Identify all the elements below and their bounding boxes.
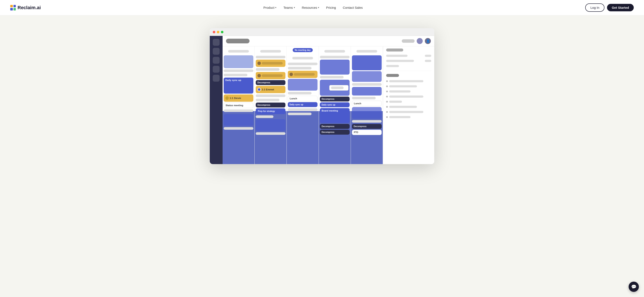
sidebar-icon-4[interactable] — [213, 66, 220, 73]
chat-icon: 💬 — [631, 284, 636, 289]
nav-label-product: Product — [264, 6, 274, 9]
event-thu-daily-sync[interactable]: Daily sync up — [320, 102, 350, 107]
nav-label-contact: Contact Sales — [343, 6, 362, 9]
sidebar-icon-1[interactable] — [213, 39, 220, 46]
logo[interactable]: Reclaim.ai — [10, 5, 41, 10]
event-fri-blue-1[interactable] — [352, 55, 382, 70]
event-wed-pill-3 — [288, 92, 312, 94]
logo-icon — [10, 5, 16, 10]
login-button[interactable]: Log In — [585, 3, 604, 12]
chrome-maximize — [221, 31, 224, 33]
event-mon-status[interactable]: Status meeting — [224, 103, 253, 108]
sidebar-icon-2[interactable] — [213, 48, 220, 55]
topbar-right: 👤 — [402, 38, 431, 44]
sidebar-icon-5[interactable] — [213, 75, 220, 82]
chrome-close — [213, 31, 215, 33]
event-tue-decompress-1[interactable]: Decompress — [256, 80, 286, 85]
logo-text: Reclaim.ai — [18, 5, 41, 10]
event-wed-blue[interactable] — [288, 79, 318, 91]
rp-row-6 — [386, 90, 431, 92]
event-tue-pill-6 — [256, 132, 286, 135]
event-wed-pill-1 — [288, 63, 318, 65]
nav-item-resources[interactable]: Resources ▾ — [299, 4, 322, 11]
event-label-lunch-fri: Lunch — [354, 102, 361, 105]
event-fri-blue-4[interactable] — [352, 107, 382, 119]
event-thu-decompress-1[interactable]: Decompress — [320, 97, 350, 101]
topbar-control[interactable] — [402, 39, 414, 43]
event-tue-prep[interactable]: Prep for strategy — [256, 108, 286, 114]
chevron-down-icon: ▾ — [275, 6, 276, 9]
rp-header-2 — [386, 74, 399, 77]
event-thu-board[interactable]: Board meeting — [320, 108, 350, 123]
event-wed-pill-5 — [288, 113, 312, 115]
user-avatar-small — [417, 38, 423, 44]
event-tue-1on1emmet[interactable]: 1:1 Emmet — [256, 86, 286, 93]
logo-dot-3 — [10, 8, 13, 10]
event-wed-pill-4 — [288, 108, 318, 111]
event-wed-daily-sync[interactable]: Daily sync up — [288, 102, 318, 107]
logo-dot-4 — [14, 8, 16, 10]
event-fri-decompress[interactable]: Decompress — [352, 124, 382, 129]
chat-fab-button[interactable]: 💬 — [628, 282, 639, 292]
nav-item-product[interactable]: Product ▾ — [260, 4, 280, 11]
rp-line-1 — [386, 55, 408, 57]
event-tue-yellow-2[interactable] — [256, 72, 286, 79]
event-tue-pill-label2 — [262, 74, 283, 77]
nav-item-pricing[interactable]: Pricing — [323, 4, 339, 11]
col-tuesday: Decompress 1:1 Emmet Decompress Prep for… — [255, 46, 287, 164]
calendar-grid: Daily sync up 1:1 Stevie Status meeting — [222, 46, 434, 164]
rp-row-7 — [386, 95, 431, 98]
rp-line-5 — [389, 85, 417, 87]
nav-actions: Log In Get Started — [585, 3, 634, 12]
event-tue-pill-1 — [256, 56, 286, 58]
app-layout: 👤 — [210, 36, 434, 164]
day-header-wed — [288, 55, 318, 61]
rp-line-8 — [389, 101, 402, 103]
event-mon-pill-3 — [224, 109, 253, 112]
nav-item-contact[interactable]: Contact Sales — [340, 4, 366, 11]
event-fri-pto[interactable]: PTO — [352, 130, 382, 135]
event-mon-1on1stevie[interactable]: 1:1 Stevie — [224, 94, 253, 102]
rp-dot-8 — [386, 116, 388, 118]
day-header-thu — [320, 48, 350, 54]
avatar-wed — [290, 73, 293, 76]
user-avatar-main[interactable]: 👤 — [425, 38, 431, 44]
rp-val-2 — [425, 60, 431, 62]
event-mon-daily-sync[interactable]: Daily sync up — [224, 78, 253, 94]
event-thu-decompress-3[interactable]: Decompress — [320, 130, 350, 135]
rp-line-6 — [389, 90, 410, 92]
event-mon-2[interactable] — [224, 114, 253, 126]
calendar-main: 👤 — [222, 36, 434, 164]
event-tue-yellow-1[interactable] — [256, 60, 286, 67]
day-pill-mon — [228, 50, 249, 52]
sidebar-icon-3[interactable] — [213, 57, 220, 64]
sidebar — [210, 36, 222, 164]
nested-pill-1 — [331, 86, 344, 89]
nav-links: Product ▾ Teams ▾ Resources ▾ Pricing Co… — [260, 4, 366, 11]
event-thu-decompress-2[interactable]: Decompress — [320, 124, 350, 129]
event-fri-pill-1 — [352, 83, 382, 86]
rp-row-2 — [386, 60, 431, 62]
no-meeting-badge: No meeting day — [292, 48, 312, 52]
event-tue-decompress-2[interactable]: Decompress — [256, 103, 286, 107]
event-thu-white-nested[interactable] — [329, 85, 348, 91]
avatar-tue-2 — [258, 74, 261, 77]
event-mon-1[interactable] — [224, 55, 253, 68]
event-fri-blue-2[interactable] — [352, 71, 382, 82]
get-started-button[interactable]: Get Started — [607, 4, 634, 11]
event-fri-blue-3[interactable] — [352, 87, 382, 95]
day-pill-wed — [292, 57, 313, 59]
day-pill-tue — [260, 50, 281, 52]
event-wed-lunch[interactable]: Lunch — [288, 96, 318, 101]
navbar: Reclaim.ai Product ▾ Teams ▾ Resources ▾… — [0, 0, 644, 15]
calendar-topbar: 👤 — [222, 36, 434, 46]
nav-item-teams[interactable]: Teams ▾ — [280, 4, 298, 11]
event-fri-lunch[interactable]: Lunch — [352, 101, 382, 106]
event-tue-blue[interactable] — [256, 119, 286, 131]
event-thu-blue-1[interactable] — [320, 60, 350, 75]
calendar-nav-pill[interactable] — [226, 39, 250, 43]
event-wed-yellow[interactable] — [288, 71, 318, 78]
chrome-minimize — [217, 31, 219, 33]
day-header-fri — [352, 48, 382, 54]
day-pill-fri — [356, 50, 377, 52]
